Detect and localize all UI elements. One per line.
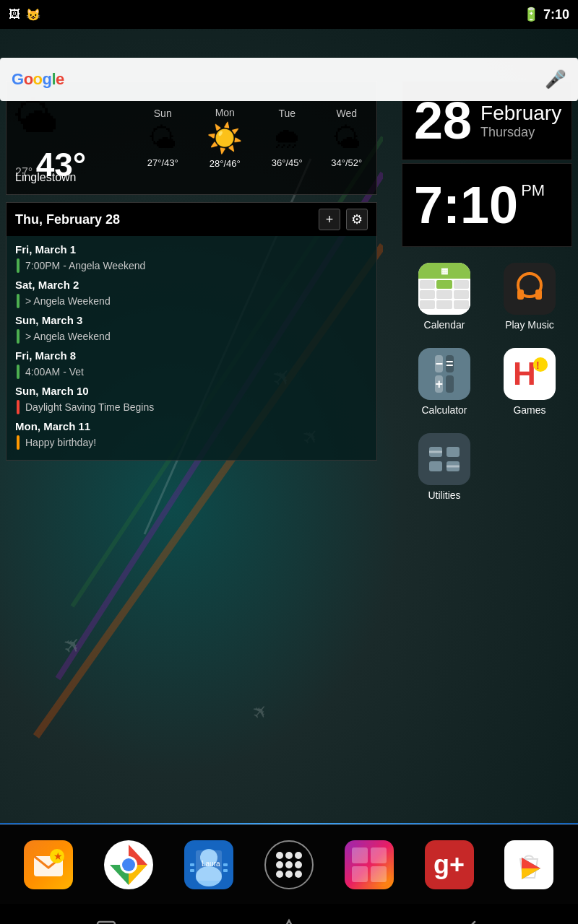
utilities-svg [425,440,464,479]
games-icon-container: H ! [504,348,556,400]
calc-empty [446,375,454,393]
right-panel: 28 February Thursday 7 : 10 PM ▦ [396,29,578,823]
app-calendar[interactable]: ▦ Calendar [402,256,487,338]
svg-text:H: H [513,356,536,391]
weather-current: 🌥 27° 43° Linglestown [7,87,133,190]
svg-point-37 [276,861,283,868]
event-header-mar3: Sun, March 3 [7,310,376,328]
contacts-svg: Laura [187,843,230,886]
home-icon [277,918,301,924]
svg-point-9 [533,357,548,372]
svg-rect-13 [429,461,442,471]
dock-google-plus[interactable]: g+ [425,840,474,889]
voice-search-icon[interactable]: 🎤 [545,69,566,90]
date-day: Thursday [480,125,561,140]
google-plus-svg: g+ [428,843,471,886]
svg-rect-30 [223,863,228,866]
dock-gallery[interactable] [345,840,394,889]
calculator-app-icon: − = + [418,348,470,400]
svg-point-35 [285,852,293,859]
calendar-app-label: Calendar [424,319,465,331]
svg-rect-28 [190,863,194,866]
clock-ampm: PM [521,181,545,200]
launcher-svg [273,849,305,881]
nav-back-button[interactable] [460,918,483,924]
event-text: > Angela Weekend [25,329,111,344]
google-plus-icon: g+ [425,840,474,889]
headphones-svg [510,269,549,308]
dock-contacts[interactable]: Laura [184,840,233,889]
event-text-dst: Daylight Saving Time Begins [25,400,154,414]
dock-chrome[interactable] [104,840,153,889]
svg-rect-29 [190,869,194,872]
event-text: 7:00PM - Angela Weekend [25,258,145,273]
app-play-music[interactable]: Play Music [487,256,572,338]
svg-point-34 [276,852,283,859]
apps-grid: ▦ Calendar [402,250,572,823]
event-text: 4:00AM - Vet [25,365,84,379]
event-header-mar2: Sat, March 2 [7,274,376,292]
status-time: 7:10 [543,7,569,22]
left-panel: 🌥 27° 43° Linglestown Sun 🌤 27°/43° Mon … [0,29,383,823]
calendar-events: Fri, March 1 7:00PM - Angela Weekend Sat… [7,236,376,454]
calendar-app-icon: ▦ [418,263,470,315]
play-store-svg [507,843,551,886]
svg-point-41 [285,871,293,878]
clock-widget: 7 : 10 PM [402,163,572,247]
calendar-widget: Thu, February 28 + ⚙ Fri, March 1 7:00PM… [6,202,377,461]
nav-home-button[interactable] [277,918,301,924]
svg-text:!: ! [536,359,540,371]
calc-equals: = [446,355,454,372]
utilities-app-icon [418,433,470,485]
games-app-icon: H ! [504,348,556,400]
app-utilities[interactable]: Utilities [402,426,487,508]
calendar-settings-button[interactable]: ⚙ [346,209,368,230]
calendar-date: Thu, February 28 [15,212,120,227]
svg-point-40 [276,871,283,878]
svg-rect-31 [223,869,228,872]
gallery-icon [345,840,394,889]
back-icon [460,918,483,924]
status-bar: 🖼 😺 🔋 7:10 [0,0,578,29]
utilities-icon-container [418,433,470,485]
event-bar [17,435,20,450]
search-bar-wrapper[interactable]: Google 🎤 [0,58,578,69]
event-mar3-item1: > Angela Weekend [7,328,376,345]
screenshot-icon: 🖼 [9,8,20,21]
calendar-icon-container: ▦ [418,263,470,315]
chrome-icon [104,840,153,889]
gallery-svg [348,843,391,886]
forecast-sun: Sun 🌤 27°/43° [147,108,178,168]
dock-launcher[interactable] [264,840,314,889]
date-row: 28 February Thursday [414,95,560,147]
event-mar2-item1: > Angela Weekend [7,292,376,310]
dock-email[interactable]: ★ [24,840,73,889]
event-header-mar10: Sun, March 10 [7,380,376,398]
google-logo: Google [12,70,545,89]
svg-text:Laura: Laura [202,860,220,868]
event-header-mar8: Fri, March 8 [7,345,376,363]
event-mar11-item1: Happy birthday! [7,434,376,451]
clock-hours: 7 [414,179,443,231]
event-header-mar1: Fri, March 1 [7,239,376,257]
calc-minus: − [435,355,443,372]
event-header-mar11: Mon, March 11 [7,416,376,434]
games-app-label: Games [513,404,545,416]
clock-minutes: 10 [460,179,518,231]
dock-play-store[interactable] [504,840,553,889]
forecast-tue: Tue 🌧 36°/45° [272,108,303,168]
date-number: 28 [414,95,472,147]
play-music-icon-container [504,263,556,315]
search-bar[interactable]: Google 🎤 [0,58,578,101]
svg-point-38 [285,861,293,868]
event-bar [17,258,20,273]
svg-rect-47 [371,866,387,882]
status-right: 🔋 7:10 [523,6,569,22]
nav-recent-button[interactable] [95,918,118,924]
svg-marker-56 [280,920,298,924]
calendar-add-button[interactable]: + [319,209,340,230]
clock-colon: : [443,175,460,235]
play-music-app-label: Play Music [505,319,554,331]
app-games[interactable]: H ! Games [487,341,572,423]
app-calculator[interactable]: − = + Calculator [402,341,487,423]
